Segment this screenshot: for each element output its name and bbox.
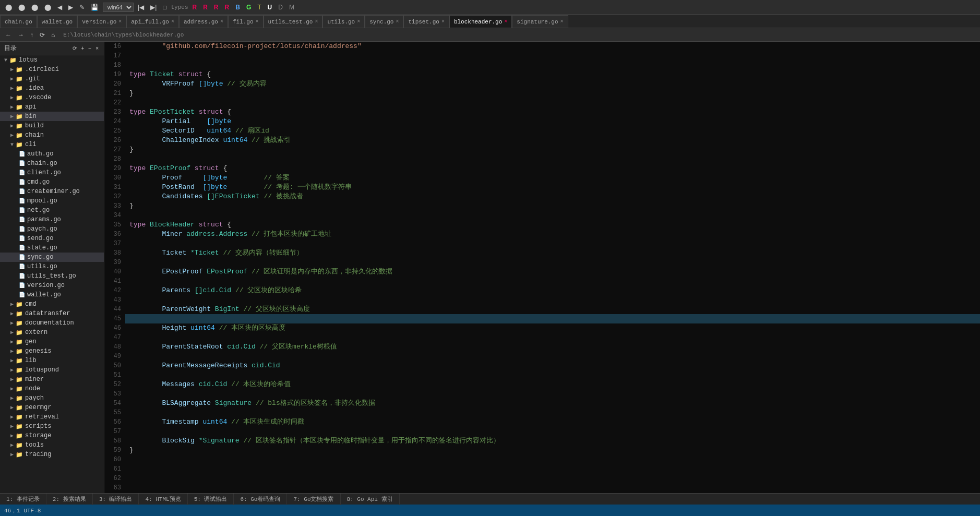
bottom-tab-search-results[interactable]: 2: 搜索结果 bbox=[46, 494, 93, 505]
platform-dropdown[interactable]: win64 bbox=[103, 3, 134, 12]
tab-utils-go[interactable]: utils.go× bbox=[322, 15, 365, 28]
toolbar-btn-3[interactable]: ⬤ bbox=[29, 3, 40, 12]
sidebar-btn-3[interactable]: − bbox=[87, 45, 92, 51]
sidebar-item-storage[interactable]: ▶ 📁 storage bbox=[0, 431, 104, 440]
toolbar-btn-1[interactable]: ⬤ bbox=[3, 3, 14, 12]
sidebar-item-lotus[interactable]: ▼ 📁 lotus bbox=[0, 55, 104, 65]
sidebar-file-utils-test-go[interactable]: 📄 utils_test.go bbox=[0, 271, 104, 281]
tab-close-tipset[interactable]: × bbox=[441, 19, 445, 25]
nav-refresh[interactable]: ⟳ bbox=[38, 30, 47, 40]
tab-signature-go[interactable]: signature.go× bbox=[512, 15, 568, 28]
toolbar-btn-r3[interactable]: R bbox=[212, 3, 221, 12]
sidebar-item-node[interactable]: ▶ 📁 node bbox=[0, 384, 104, 393]
sidebar-item-tools[interactable]: ▶ 📁 tools bbox=[0, 440, 104, 450]
bottom-tab-debug[interactable]: 5: 调试输出 bbox=[188, 494, 234, 505]
toolbar-btn-r1[interactable]: R bbox=[190, 3, 199, 12]
sidebar-item-retrieval[interactable]: ▶ 📁 retrieval bbox=[0, 412, 104, 422]
toolbar-btn-r2[interactable]: R bbox=[201, 3, 210, 12]
sidebar-file-auth-go[interactable]: 📄 auth.go bbox=[0, 149, 104, 159]
tab-blockheader-go[interactable]: blockheader.go× bbox=[449, 15, 512, 28]
bottom-tab-go-api[interactable]: 8: Go Api 索引 bbox=[341, 494, 400, 505]
bottom-tab-go-docs[interactable]: 7: Go文档搜索 bbox=[287, 494, 340, 505]
sidebar-item-tracing[interactable]: ▶ 📁 tracing bbox=[0, 450, 104, 459]
nav-up[interactable]: ↑ bbox=[28, 30, 35, 40]
bottom-tab-html[interactable]: 4: HTML预览 bbox=[139, 494, 187, 505]
sidebar-item-vscode[interactable]: ▶ 📁 .vscode bbox=[0, 93, 104, 102]
tab-close-api[interactable]: × bbox=[171, 19, 174, 25]
sidebar-item-peermgr[interactable]: ▶ 📁 peermgr bbox=[0, 403, 104, 412]
toolbar-btn-m[interactable]: M bbox=[287, 3, 296, 12]
sidebar-file-wallet-go[interactable]: 📄 wallet.go bbox=[0, 290, 104, 299]
tab-chain-go[interactable]: chain.go bbox=[0, 15, 37, 28]
toolbar-btn-g[interactable]: G bbox=[244, 3, 253, 12]
sidebar-file-utils-go[interactable]: 📄 utils.go bbox=[0, 262, 104, 271]
sidebar-item-cmd[interactable]: ▶ 📁 cmd bbox=[0, 299, 104, 309]
tab-close-version[interactable]: × bbox=[118, 19, 122, 25]
tab-address-go[interactable]: address.go× bbox=[179, 15, 228, 28]
tab-close-signature[interactable]: × bbox=[560, 19, 564, 25]
tab-close-utils-test[interactable]: × bbox=[315, 19, 318, 25]
sidebar-file-paych-go[interactable]: 📄 paych.go bbox=[0, 224, 104, 234]
sidebar-item-chain[interactable]: ▶ 📁 chain bbox=[0, 130, 104, 140]
toolbar-btn-4[interactable]: ⬤ bbox=[42, 3, 53, 12]
nav-home[interactable]: ⌂ bbox=[49, 30, 57, 40]
sidebar-file-version-go[interactable]: 📄 version.go bbox=[0, 281, 104, 290]
sidebar-item-paych[interactable]: ▶ 📁 paych bbox=[0, 393, 104, 403]
toolbar-btn-7[interactable]: ✎ bbox=[77, 3, 87, 12]
toolbar-btn-u[interactable]: U bbox=[266, 3, 274, 12]
sidebar-file-createminer-go[interactable]: 📄 createminer.go bbox=[0, 187, 104, 196]
sidebar-item-circleci[interactable]: ▶ 📁 .circleci bbox=[0, 65, 104, 74]
sidebar-item-api[interactable]: ▶ 📁 api bbox=[0, 102, 104, 112]
sidebar-item-cli[interactable]: ▼ 📁 cli bbox=[0, 140, 104, 149]
tab-utils-test-go[interactable]: utils_test.go× bbox=[264, 15, 323, 28]
sidebar-btn-4[interactable]: × bbox=[94, 45, 100, 51]
sidebar-file-send-go[interactable]: 📄 send.go bbox=[0, 234, 104, 243]
nav-forward[interactable]: → bbox=[16, 30, 26, 40]
sidebar-file-params-go[interactable]: 📄 params.go bbox=[0, 215, 104, 224]
sidebar-file-state-go[interactable]: 📄 state.go bbox=[0, 243, 104, 253]
toolbar-btn-10[interactable]: ▶| bbox=[148, 3, 159, 12]
bottom-tab-events[interactable]: 1: 事件记录 bbox=[0, 494, 46, 505]
toolbar-btn-t[interactable]: T bbox=[255, 3, 263, 12]
tab-close-sync[interactable]: × bbox=[396, 19, 399, 25]
sidebar-btn-1[interactable]: ⟳ bbox=[71, 45, 78, 51]
toolbar-btn-2[interactable]: ⬤ bbox=[16, 3, 27, 12]
sidebar-file-chain-go[interactable]: 📄 chain.go bbox=[0, 159, 104, 168]
sidebar-btn-2[interactable]: + bbox=[80, 45, 85, 51]
sidebar-item-build[interactable]: ▶ 📁 build bbox=[0, 121, 104, 130]
toolbar-btn-d[interactable]: D bbox=[276, 3, 285, 12]
code-scroll-area[interactable]: 16 "github.com/filecoin-project/lotus/ch… bbox=[104, 42, 980, 493]
sidebar-item-extern[interactable]: ▶ 📁 extern bbox=[0, 328, 104, 337]
sidebar-item-lib[interactable]: ▶ 📁 lib bbox=[0, 356, 104, 365]
sidebar-item-bin[interactable]: ▶ 📁 bin bbox=[0, 112, 104, 121]
toolbar-btn-b[interactable]: B bbox=[233, 3, 242, 12]
toolbar-btn-r4[interactable]: R bbox=[223, 3, 232, 12]
toolbar-btn-9[interactable]: |◀ bbox=[136, 3, 146, 12]
toolbar-btn-5[interactable]: ◀ bbox=[55, 3, 64, 12]
sidebar-item-gen[interactable]: ▶ 📁 gen bbox=[0, 337, 104, 346]
tab-close-fil[interactable]: × bbox=[256, 19, 259, 25]
tab-close-address[interactable]: × bbox=[220, 19, 223, 25]
tab-api-full-go[interactable]: api_full.go× bbox=[126, 15, 179, 28]
sidebar-file-client-go[interactable]: 📄 client.go bbox=[0, 168, 104, 177]
sidebar-item-lotuspond[interactable]: ▶ 📁 lotuspond bbox=[0, 365, 104, 375]
sidebar-file-net-go[interactable]: 📄 net.go bbox=[0, 206, 104, 215]
bottom-tab-go-color[interactable]: 6: Go着码查询 bbox=[234, 494, 287, 505]
sidebar-item-datatransfer[interactable]: ▶ 📁 datatransfer bbox=[0, 309, 104, 318]
bottom-tab-compile[interactable]: 3: 编译输出 bbox=[93, 494, 139, 505]
tab-version-go[interactable]: version.go× bbox=[77, 15, 126, 28]
toolbar-btn-11[interactable]: □ bbox=[161, 3, 169, 12]
sidebar-item-idea[interactable]: ▶ 📁 .idea bbox=[0, 83, 104, 93]
tab-wallet-go[interactable]: wallet.go bbox=[37, 15, 77, 28]
code-editor[interactable]: 16 "github.com/filecoin-project/lotus/ch… bbox=[104, 42, 980, 493]
sidebar-item-git[interactable]: ▶ 📁 .git bbox=[0, 74, 104, 83]
toolbar-btn-8[interactable]: 💾 bbox=[89, 3, 101, 12]
sidebar-file-cmd-go[interactable]: 📄 cmd.go bbox=[0, 177, 104, 187]
sidebar-file-mpool-go[interactable]: 📄 mpool.go bbox=[0, 196, 104, 206]
sidebar-item-scripts[interactable]: ▶ 📁 scripts bbox=[0, 422, 104, 431]
tab-close-blockheader[interactable]: × bbox=[504, 19, 507, 25]
sidebar-item-documentation[interactable]: ▶ 📁 documentation bbox=[0, 318, 104, 328]
tab-tipset-go[interactable]: tipset.go× bbox=[403, 15, 449, 28]
sidebar-item-genesis[interactable]: ▶ 📁 genesis bbox=[0, 346, 104, 356]
toolbar-btn-6[interactable]: ▶ bbox=[66, 3, 75, 12]
